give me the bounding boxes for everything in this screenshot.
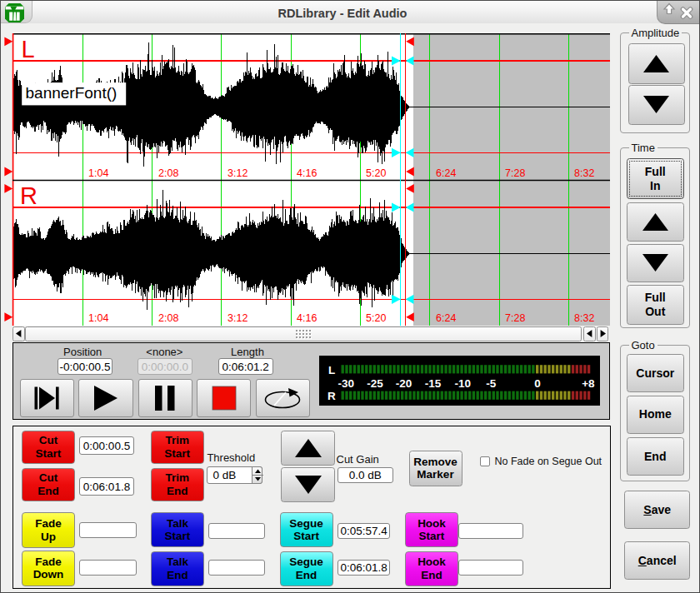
svg-text:2:08: 2:08 <box>158 167 178 179</box>
svg-text:3:12: 3:12 <box>228 167 248 179</box>
svg-text:-30: -30 <box>338 377 354 390</box>
svg-text:1:04: 1:04 <box>88 167 108 179</box>
svg-text:-25: -25 <box>367 377 383 390</box>
svg-text:3:12: 3:12 <box>228 312 248 324</box>
svg-text:7:28: 7:28 <box>505 312 525 324</box>
svg-text:0: 0 <box>534 377 541 390</box>
svg-text:-5: -5 <box>486 377 496 390</box>
svg-text:+8: +8 <box>582 377 595 390</box>
svg-text:6:24: 6:24 <box>436 312 456 324</box>
svg-text:8:32: 8:32 <box>574 167 594 179</box>
svg-text:6:24: 6:24 <box>436 167 456 179</box>
svg-text:5:20: 5:20 <box>366 167 386 179</box>
svg-text:L: L <box>328 364 335 376</box>
svg-text:L: L <box>22 36 35 62</box>
svg-text:4:16: 4:16 <box>297 167 317 179</box>
svg-text:8:32: 8:32 <box>574 312 594 324</box>
svg-text:-15: -15 <box>425 377 442 390</box>
svg-text:bannerFont(): bannerFont() <box>26 84 118 102</box>
svg-text:2:08: 2:08 <box>158 312 178 324</box>
svg-text:-10: -10 <box>455 377 472 390</box>
svg-text:5:20: 5:20 <box>366 312 386 324</box>
svg-text:4:16: 4:16 <box>297 312 317 324</box>
svg-text:7:28: 7:28 <box>505 167 525 179</box>
svg-text:R: R <box>20 182 38 209</box>
svg-text:-20: -20 <box>396 377 412 390</box>
svg-text:1:04: 1:04 <box>88 312 108 324</box>
svg-text:R: R <box>328 390 336 402</box>
